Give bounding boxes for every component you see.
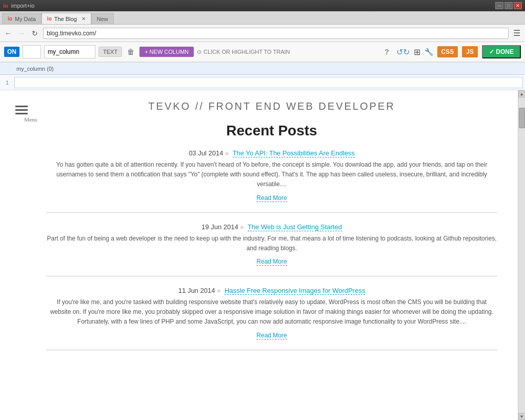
- tab-io-icon: io: [8, 16, 12, 22]
- section-title: Recent Posts: [46, 123, 497, 139]
- hamburger-menu[interactable]: [15, 106, 46, 114]
- read-more-link-3[interactable]: Read More: [256, 332, 287, 339]
- post-item: 03 Jul 2014 » The Yo API: The Possibilit…: [46, 149, 497, 213]
- post-excerpt: Part of the fun of being a web developer…: [46, 234, 497, 253]
- post-title-link[interactable]: The Web is Just Getting Started: [248, 223, 342, 231]
- tab-the-blog-label: The Blog: [54, 16, 77, 22]
- column-header: my_column (0): [14, 66, 56, 72]
- click-train-label: ⊙ CLICK OR HIGHLIGHT TO TRAIN: [197, 49, 290, 55]
- tab-close-icon[interactable]: ✕: [82, 16, 86, 22]
- forward-button[interactable]: →: [16, 28, 27, 38]
- scroll-thumb[interactable]: [519, 108, 525, 128]
- tab-io-icon-2: io: [47, 16, 52, 22]
- post-date: 19 Jun 2014: [201, 223, 238, 231]
- scroll-down-arrow[interactable]: ▼: [518, 413, 526, 420]
- toolbar-right: ? ↺↻ ⊞ 🔧 CSS JS ✓ DONE: [382, 45, 521, 58]
- chevron-icon: »: [225, 149, 229, 157]
- undo-redo-buttons[interactable]: ↺↻: [396, 47, 410, 57]
- refresh-button[interactable]: ↻: [30, 28, 40, 38]
- post-date: 03 Jul 2014: [189, 149, 223, 157]
- tab-bar: io My Data io The Blog ✕ New: [0, 11, 525, 25]
- window-titlebar: io import+io ─ □ ✕: [0, 0, 525, 11]
- tab-the-blog[interactable]: io The Blog ✕: [42, 13, 91, 24]
- blog-wrapper: Menu TEVKO // FRONT END WEB DEVELOPER Re…: [15, 101, 497, 361]
- tab-new-label: New: [97, 16, 108, 22]
- tab-new[interactable]: New: [91, 13, 114, 24]
- address-bar: ← → ↻ ☰: [0, 25, 525, 42]
- post-title-link[interactable]: The Yo API: The Possibilities Are Endles…: [233, 149, 355, 157]
- blog-content: Menu TEVKO // FRONT END WEB DEVELOPER Re…: [0, 90, 518, 420]
- settings-button[interactable]: 🔧: [425, 48, 433, 56]
- scroll-up-arrow[interactable]: ▲: [518, 90, 526, 97]
- importio-toolbar: ON TEXT 🗑 + NEW COLUMN ⊙ CLICK OR HIGHLI…: [0, 42, 525, 63]
- new-column-label: + NEW COLUMN: [145, 49, 189, 55]
- hamburger-line-2: [15, 109, 28, 111]
- row-cell[interactable]: [14, 77, 523, 88]
- post-item: 11 Jun 2014 » Hassle Free Responsive Ima…: [46, 287, 497, 350]
- chevron-icon: »: [217, 287, 220, 294]
- post-title-link[interactable]: Hassle Free Responsive Images for WordPr…: [225, 287, 365, 295]
- data-table-header: my_column (0): [0, 63, 525, 75]
- hamburger-line-1: [15, 106, 28, 107]
- cursor-icon: ⊙: [197, 49, 201, 55]
- post-meta: 19 Jun 2014 » The Web is Just Getting St…: [46, 223, 497, 231]
- app-icon: io: [3, 3, 8, 9]
- delete-column-button[interactable]: 🗑: [125, 47, 136, 57]
- css-button[interactable]: CSS: [437, 46, 458, 57]
- row-number: 1: [2, 79, 12, 86]
- titlebar-left: io import+io: [3, 3, 34, 9]
- tab-my-data[interactable]: io My Data: [2, 13, 42, 24]
- close-button[interactable]: ✕: [514, 2, 522, 9]
- post-excerpt: If you're like me, and you're tasked wit…: [46, 297, 497, 327]
- scrollbar[interactable]: ▲ ▼: [518, 90, 525, 420]
- chevron-icon: »: [240, 223, 244, 231]
- js-button[interactable]: JS: [462, 46, 478, 57]
- post-date: 11 Jun 2014: [178, 287, 215, 294]
- blog-header: Menu TEVKO // FRONT END WEB DEVELOPER Re…: [15, 101, 497, 366]
- maximize-button[interactable]: □: [504, 2, 513, 9]
- on-badge: ON: [4, 47, 19, 57]
- help-button[interactable]: ?: [382, 47, 392, 57]
- app-title: import+io: [11, 3, 35, 9]
- column-name-input[interactable]: [44, 45, 95, 58]
- back-button[interactable]: ←: [3, 28, 13, 38]
- text-type-badge: TEXT: [98, 47, 122, 57]
- table-row: 1: [0, 75, 525, 90]
- blog-main: TEVKO // FRONT END WEB DEVELOPER Recent …: [46, 101, 497, 361]
- minimize-button[interactable]: ─: [495, 2, 503, 9]
- menu-label: Menu: [15, 116, 46, 123]
- blog-left-menu: Menu: [15, 101, 46, 361]
- grid-view-button[interactable]: ⊞: [414, 47, 420, 57]
- tab-my-data-label: My Data: [15, 16, 36, 22]
- color-swatch: [23, 45, 41, 58]
- window-controls[interactable]: ─ □ ✕: [495, 2, 522, 9]
- browser-menu-button[interactable]: ☰: [512, 28, 522, 38]
- post-excerpt: Yo has gotten quite a bit of attention r…: [46, 160, 497, 190]
- done-label: ✓ DONE: [489, 48, 514, 55]
- address-input[interactable]: [43, 28, 509, 39]
- hamburger-line-3: [15, 113, 28, 114]
- post-item: 19 Jun 2014 » The Web is Just Getting St…: [46, 223, 497, 276]
- blog-title: TEVKO // FRONT END WEB DEVELOPER: [148, 101, 395, 112]
- post-meta: 11 Jun 2014 » Hassle Free Responsive Ima…: [46, 287, 497, 294]
- read-more-link[interactable]: Read More: [256, 258, 287, 266]
- done-button[interactable]: ✓ DONE: [482, 45, 521, 58]
- content-area: Menu TEVKO // FRONT END WEB DEVELOPER Re…: [0, 90, 525, 420]
- read-more-link[interactable]: Read More: [256, 194, 287, 202]
- new-column-button[interactable]: + NEW COLUMN: [139, 47, 194, 57]
- post-meta: 03 Jul 2014 » The Yo API: The Possibilit…: [46, 149, 497, 157]
